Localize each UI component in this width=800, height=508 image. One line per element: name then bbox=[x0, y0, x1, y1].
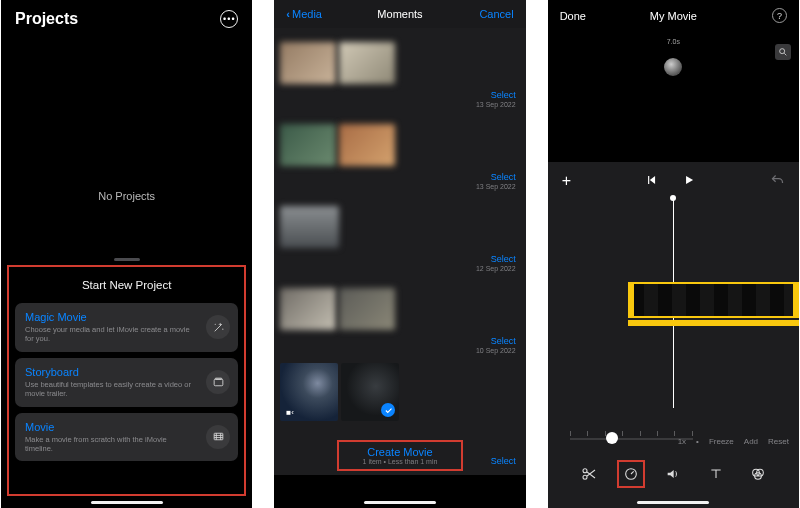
back-label: Media bbox=[292, 8, 322, 20]
header: Projects ••• bbox=[1, 0, 252, 32]
skip-start-icon[interactable] bbox=[644, 173, 658, 189]
home-indicator[interactable] bbox=[91, 501, 163, 504]
empty-state-label: No Projects bbox=[1, 190, 252, 202]
screen-projects: Projects ••• No Projects Start New Proje… bbox=[1, 0, 252, 508]
speed-value: 1x bbox=[678, 437, 686, 446]
speed-reset[interactable]: Reset bbox=[768, 437, 789, 446]
select-button[interactable]: Select bbox=[476, 90, 516, 100]
home-indicator[interactable] bbox=[364, 501, 436, 504]
home-indicator[interactable] bbox=[637, 501, 709, 504]
screen-editor: Done My Movie ? 7.0s + bbox=[548, 0, 799, 508]
selected-check-icon bbox=[381, 403, 395, 417]
text-icon[interactable] bbox=[702, 460, 730, 488]
slider-track bbox=[570, 438, 693, 440]
speedometer-icon[interactable] bbox=[617, 460, 645, 488]
nav-bar: Done My Movie ? bbox=[548, 0, 799, 31]
play-icon[interactable] bbox=[682, 173, 696, 189]
magic-wand-icon bbox=[206, 315, 230, 339]
zoom-icon[interactable] bbox=[775, 44, 791, 60]
select-button[interactable]: Select bbox=[491, 456, 516, 466]
preview-thumbnail[interactable] bbox=[664, 58, 682, 76]
timeline-clip[interactable] bbox=[628, 282, 799, 318]
back-button[interactable]: ‹ Media bbox=[286, 8, 322, 20]
slider-thumb[interactable] bbox=[606, 432, 618, 444]
audio-track[interactable] bbox=[628, 320, 799, 326]
more-icon[interactable]: ••• bbox=[220, 10, 238, 28]
svg-point-1 bbox=[222, 328, 223, 329]
media-thumbnail[interactable] bbox=[339, 42, 395, 84]
card-title: Magic Movie bbox=[25, 311, 194, 323]
card-desc: Use beautiful templates to easily create… bbox=[25, 380, 194, 399]
media-thumbnail[interactable] bbox=[280, 42, 336, 84]
undo-icon[interactable] bbox=[770, 173, 785, 190]
chevron-left-icon: ‹ bbox=[286, 8, 290, 20]
media-thumbnail[interactable] bbox=[339, 288, 395, 330]
svg-point-7 bbox=[583, 475, 587, 479]
group-date: 10 Sep 2022 bbox=[476, 347, 516, 354]
speed-slider[interactable] bbox=[570, 428, 693, 448]
svg-rect-3 bbox=[215, 378, 222, 379]
bullet: • bbox=[696, 437, 699, 446]
media-thumbnail[interactable] bbox=[280, 124, 336, 166]
screen-moments: ‹ Media Moments Cancel Select 13 Sep 202… bbox=[274, 0, 525, 508]
speed-freeze[interactable]: Freeze bbox=[709, 437, 734, 446]
group-date: 13 Sep 2022 bbox=[476, 101, 516, 108]
clip-trim-right[interactable] bbox=[793, 282, 799, 318]
speed-options: 1x • Freeze Add Reset bbox=[678, 437, 789, 446]
select-button[interactable]: Select bbox=[476, 336, 516, 346]
media-thumbnail[interactable]: ■‹ bbox=[280, 363, 338, 421]
svg-point-6 bbox=[583, 469, 587, 473]
select-button[interactable]: Select bbox=[476, 254, 516, 264]
media-thumbnail-selected[interactable] bbox=[341, 363, 399, 421]
playhead-time: 7.0s bbox=[548, 38, 799, 45]
media-thumbnail[interactable] bbox=[280, 288, 336, 330]
card-movie[interactable]: Movie Make a movie from scratch with the… bbox=[15, 413, 238, 462]
card-storyboard[interactable]: Storyboard Use beautiful templates to ea… bbox=[15, 358, 238, 407]
svg-rect-4 bbox=[214, 434, 223, 441]
video-icon: ■‹ bbox=[286, 408, 294, 417]
card-title: Storyboard bbox=[25, 366, 194, 378]
media-thumbnail[interactable] bbox=[280, 206, 339, 248]
create-movie-label: Create Movie bbox=[339, 446, 461, 458]
volume-icon[interactable] bbox=[659, 460, 687, 488]
cancel-button[interactable]: Cancel bbox=[479, 8, 513, 20]
sheet-grab-handle[interactable] bbox=[114, 258, 140, 261]
page-title: Projects bbox=[15, 10, 78, 28]
edit-toolbar bbox=[548, 460, 799, 488]
playhead-handle[interactable] bbox=[670, 195, 676, 201]
media-list[interactable]: Select 13 Sep 2022 Select 13 Sep 2022 Se… bbox=[274, 28, 525, 475]
slider-ticks bbox=[570, 431, 693, 436]
clip-trim-left[interactable] bbox=[628, 282, 634, 318]
create-movie-sub: 1 item • Less than 1 min bbox=[339, 458, 461, 465]
card-magic-movie[interactable]: Magic Movie Choose your media and let iM… bbox=[15, 303, 238, 352]
sheet-title: Start New Project bbox=[15, 279, 238, 291]
speed-add[interactable]: Add bbox=[744, 437, 758, 446]
create-movie-button[interactable]: Create Movie 1 item • Less than 1 min bbox=[337, 440, 463, 471]
media-group-selected: ■‹ bbox=[280, 363, 399, 421]
filters-icon[interactable] bbox=[744, 460, 772, 488]
media-thumbnail[interactable] bbox=[339, 124, 395, 166]
svg-rect-2 bbox=[214, 379, 223, 386]
card-desc: Make a movie from scratch with the iMovi… bbox=[25, 435, 194, 454]
group-date: 13 Sep 2022 bbox=[476, 183, 516, 190]
timeline-panel: + bbox=[548, 162, 799, 508]
storyboard-icon bbox=[206, 370, 230, 394]
help-icon[interactable]: ? bbox=[772, 8, 787, 23]
add-media-button[interactable]: + bbox=[562, 172, 571, 190]
svg-point-5 bbox=[780, 49, 785, 54]
film-icon bbox=[206, 425, 230, 449]
svg-point-0 bbox=[215, 324, 216, 325]
start-project-sheet: Start New Project Magic Movie Choose you… bbox=[7, 265, 246, 496]
preview-area bbox=[548, 30, 799, 160]
select-button[interactable]: Select bbox=[476, 172, 516, 182]
card-title: Movie bbox=[25, 421, 194, 433]
nav-bar: ‹ Media Moments Cancel bbox=[274, 0, 525, 28]
card-desc: Choose your media and let iMovie create … bbox=[25, 325, 194, 344]
scissors-icon[interactable] bbox=[575, 460, 603, 488]
done-button[interactable]: Done bbox=[560, 10, 586, 22]
group-date: 12 Sep 2022 bbox=[476, 265, 516, 272]
